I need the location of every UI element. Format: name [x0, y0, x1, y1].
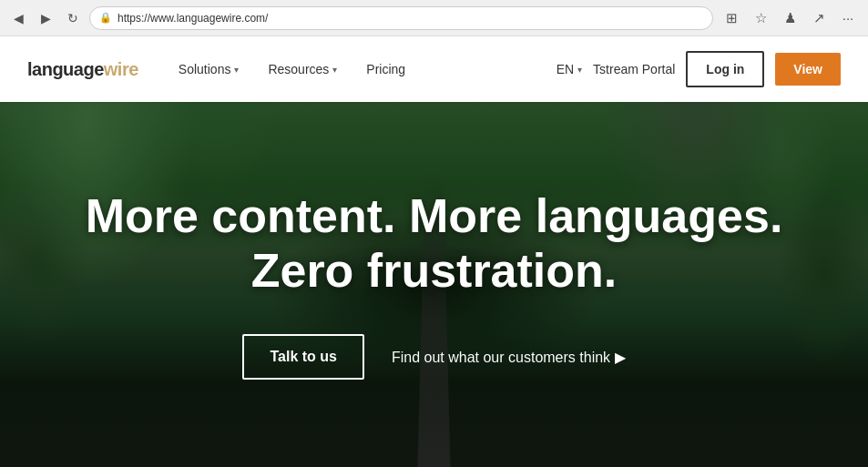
address-bar[interactable]: 🔒 https://www.languagewire.com/ [89, 6, 713, 30]
lock-icon: 🔒 [99, 12, 112, 24]
nav-right: EN ▾ Tstream Portal Log in View [557, 51, 841, 87]
browser-toolbar: ◀ ▶ ↻ 🔒 https://www.languagewire.com/ ⊞ … [0, 0, 868, 36]
nav-links: Solutions ▾ Resources ▾ Pricing [166, 55, 557, 84]
hero-actions: Talk to us Find out what our customers t… [242, 334, 625, 380]
refresh-button[interactable]: ↻ [62, 7, 84, 29]
share-button[interactable]: ↗ [806, 5, 832, 31]
forward-button[interactable]: ▶ [35, 7, 56, 29]
grid-button[interactable]: ⊞ [719, 5, 744, 31]
website: More content. More languages. Zero frust… [0, 36, 868, 467]
url-text: https://www.languagewire.com/ [117, 12, 268, 25]
hero-content: More content. More languages. Zero frust… [0, 102, 868, 467]
back-button[interactable]: ◀ [7, 7, 29, 29]
bookmark-button[interactable]: ☆ [748, 5, 773, 31]
talk-to-us-button[interactable]: Talk to us [242, 334, 364, 380]
nav-solutions[interactable]: Solutions ▾ [166, 55, 252, 84]
profile-button[interactable]: ♟ [777, 5, 802, 31]
nav-pricing[interactable]: Pricing [353, 55, 418, 84]
navbar: languagewire Solutions ▾ Resources ▾ Pri… [0, 36, 868, 102]
view-button[interactable]: View [775, 53, 841, 86]
nav-resources[interactable]: Resources ▾ [255, 55, 350, 84]
login-button[interactable]: Log in [686, 51, 764, 87]
solutions-chevron: ▾ [234, 65, 239, 75]
logo[interactable]: languagewire [27, 59, 138, 80]
browser-actions: ⊞ ☆ ♟ ↗ ··· [719, 5, 861, 31]
more-button[interactable]: ··· [835, 5, 861, 31]
tstream-portal-link[interactable]: Tstream Portal [593, 62, 675, 76]
customers-link[interactable]: Find out what our customers think ▶ [392, 349, 626, 366]
hero-title: More content. More languages. Zero frust… [86, 189, 783, 299]
resources-chevron: ▾ [332, 65, 337, 75]
lang-chevron: ▾ [577, 65, 582, 75]
language-selector[interactable]: EN ▾ [557, 62, 582, 76]
